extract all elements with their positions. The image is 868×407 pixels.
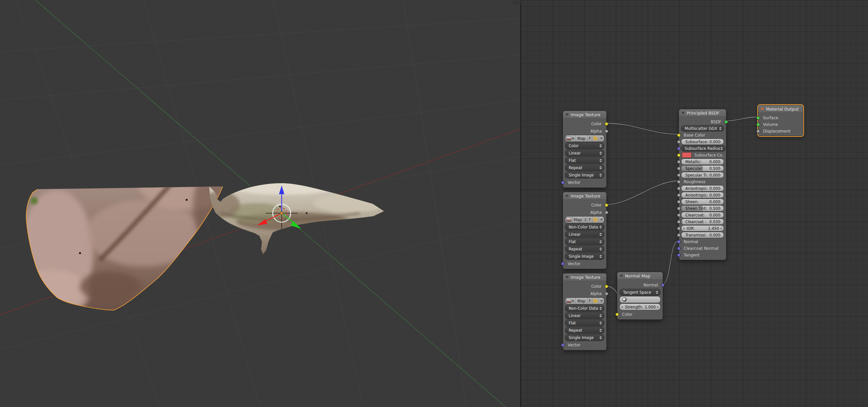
collapse-icon[interactable] [620,275,623,277]
subsurface-color-swatch[interactable] [682,152,692,158]
socket-displacement-input[interactable] [756,129,760,133]
image-name-field[interactable]: Map [573,216,583,223]
socket-color-output[interactable] [604,284,608,288]
color-space-dropdown[interactable]: Non-Color Data [565,224,604,231]
unlink-button[interactable]: ✕ [599,298,604,304]
ior-field[interactable]: IOR:1.450 [681,225,724,232]
node-normal-map[interactable]: Normal Map Normal Tangent Space Strength… [617,272,663,320]
socket-bsdf-output[interactable] [724,120,728,124]
image-datablock-selector[interactable]: Map 2 F ✕ [565,216,604,223]
specular-tint-slider[interactable]: Specular Ti:0.000 [681,172,724,178]
transmission-slider[interactable]: Transmissi:0.000 [681,232,724,238]
image-preview-icon[interactable] [565,216,573,223]
color-space-dropdown[interactable]: Non-Color Data [565,305,604,312]
source-dropdown[interactable]: Single Image [565,253,604,260]
socket-subsurface-input[interactable] [677,140,681,143]
node-image-texture-2[interactable]: Image Texture Color Alpha Map 2 F ✕ Non-… [563,192,607,269]
socket-vector-input[interactable] [561,262,565,266]
source-dropdown[interactable]: Single Image [565,334,604,341]
open-image-button[interactable] [592,298,599,304]
image-preview-icon[interactable] [565,135,575,141]
socket-clearcoat-roughness-input[interactable] [677,220,681,224]
socket-sheen-input[interactable] [677,200,681,203]
socket-color-output[interactable] [604,203,608,207]
node-header[interactable]: Image Texture [563,192,606,200]
interpolation-dropdown[interactable]: Linear [565,149,604,157]
socket-normal-input[interactable] [677,240,681,243]
collapse-icon[interactable] [681,112,685,114]
socket-color-output[interactable] [604,122,608,126]
socket-color-input[interactable] [615,312,619,316]
open-image-button[interactable] [592,135,599,141]
fake-user-button[interactable]: F [588,298,592,304]
socket-base-color-input[interactable] [677,133,681,137]
socket-anisotropic-rotation-input[interactable] [677,193,681,197]
projection-dropdown[interactable]: Flat [565,238,604,245]
socket-volume-input[interactable] [756,123,760,126]
collapse-icon[interactable] [565,195,569,197]
3d-viewport[interactable] [0,0,521,407]
uv-map-field[interactable] [619,296,661,303]
sheen-slider[interactable]: Sheen:0.000 [681,199,724,205]
space-dropdown[interactable]: Tangent Space [619,289,661,296]
extension-dropdown[interactable]: Repeat [565,245,604,252]
node-header[interactable]: Image Texture [563,273,606,281]
socket-alpha-output[interactable] [604,210,608,214]
distribution-dropdown[interactable]: Multiscatter GGX [681,125,724,132]
fake-user-button[interactable]: F [588,135,592,141]
extension-dropdown[interactable]: Repeat [565,164,604,171]
subsurface-slider[interactable]: Subsurface:0.000 [681,139,724,145]
fake-user-button[interactable]: F [588,216,592,223]
socket-surface-input[interactable] [756,116,760,120]
collapse-icon[interactable] [565,276,569,278]
anisotropic-rotation-slider[interactable]: Anisotropic:0.000 [681,192,724,198]
socket-ior-input[interactable] [677,227,681,230]
socket-anisotropic-input[interactable] [677,186,681,190]
node-header[interactable]: Principled BSDF [679,109,726,117]
unlink-button[interactable]: ✕ [599,135,604,141]
socket-normal-output[interactable] [661,283,665,287]
node-header[interactable]: Material Output [758,105,803,113]
node-header[interactable]: Image Texture [563,111,606,118]
socket-vector-input[interactable] [561,343,565,347]
socket-vector-input[interactable] [561,180,565,184]
image-datablock-selector[interactable]: Map F ✕ [565,298,604,304]
socket-clearcoat-input[interactable] [677,213,681,217]
node-image-texture-3[interactable]: Image Texture Color Alpha Map F ✕ Non-Co… [563,273,607,350]
node-header[interactable]: Normal Map [617,272,663,280]
node-principled-bsdf[interactable]: Principled BSDF BSDF Multiscatter GGX Ba… [679,109,726,260]
shader-node-editor[interactable]: Image Texture Color Alpha Map F ✕ Color … [521,0,868,407]
anisotropic-slider[interactable]: Anisotropic:0.000 [681,185,724,192]
socket-subsurface-radius-input[interactable] [677,146,681,150]
collapse-icon[interactable] [565,113,569,116]
socket-roughness-input[interactable] [677,180,681,183]
open-image-button[interactable] [592,216,599,223]
socket-tangent-input[interactable] [677,253,681,257]
strength-field[interactable]: Strength:1.000 [619,303,661,310]
collapse-icon[interactable] [761,108,764,110]
projection-dropdown[interactable]: Flat [565,157,604,164]
socket-metallic-input[interactable] [677,160,681,164]
branch-object-small[interactable] [200,178,387,254]
color-space-dropdown[interactable]: Color [565,142,604,149]
socket-alpha-output[interactable] [604,129,608,133]
image-preview-icon[interactable] [565,298,575,304]
metallic-slider[interactable]: Metallic:0.000 [681,159,724,165]
image-name-field[interactable]: Map [575,298,588,304]
interpolation-dropdown[interactable]: Linear [565,312,604,319]
image-datablock-selector[interactable]: Map F ✕ [565,135,604,142]
socket-specular-tint-input[interactable] [677,173,681,177]
socket-specular-input[interactable] [677,167,681,170]
clearcoat-slider[interactable]: Clearcoat:0.000 [681,212,724,218]
socket-sheen-tint-input[interactable] [677,206,681,210]
unlink-button[interactable]: ✕ [599,216,604,223]
image-name-field[interactable]: Map [575,135,588,141]
socket-alpha-output[interactable] [604,292,608,296]
socket-subsurface-color-input[interactable] [677,153,681,157]
source-dropdown[interactable]: Single Image [565,172,604,178]
subsurface-radius-dropdown[interactable]: Subsurface Radius [681,145,726,151]
clearcoat-roughness-slider[interactable]: Clearcoat :0.030 [681,218,724,225]
node-material-output[interactable]: Material Output Surface Volume Displacem… [758,105,803,136]
projection-dropdown[interactable]: Flat [565,319,604,327]
interpolation-dropdown[interactable]: Linear [565,231,604,238]
